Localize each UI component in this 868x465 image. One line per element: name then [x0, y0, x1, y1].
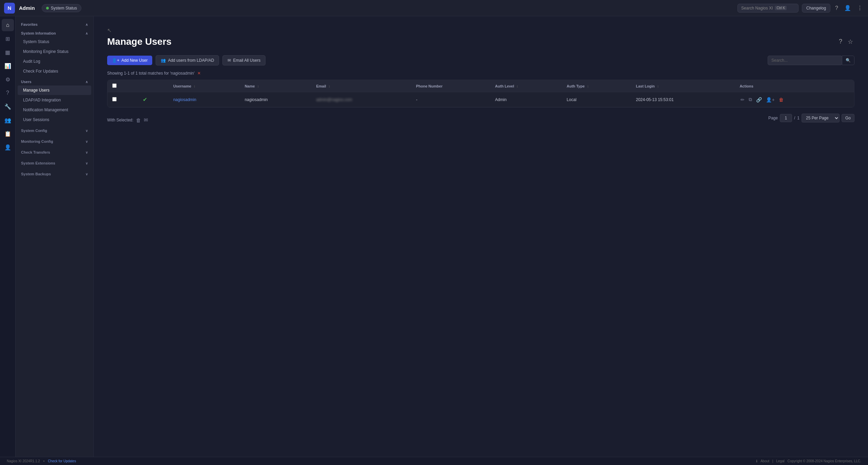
favorite-star-icon[interactable]: ☆	[846, 37, 854, 47]
manage-users-nav-label: Manage Users	[23, 88, 50, 93]
row-last-login: 2024-05-13 15:53:01	[631, 92, 735, 107]
system-extensions-chevron-icon: ∨	[85, 161, 88, 165]
help-page-icon[interactable]: ?	[837, 37, 844, 47]
sidebar-item-monitoring-engine-status[interactable]: Monitoring Engine Status	[18, 47, 91, 56]
changelog-button[interactable]: Changelog	[802, 4, 830, 13]
row-phone: -	[411, 92, 490, 107]
copyright-label: Copyright © 2008-2024 Nagios Enterprises…	[788, 459, 862, 463]
bulk-email-icon[interactable]: ✉	[144, 117, 148, 123]
sidebar-item-notification-management[interactable]: Notification Management	[18, 105, 91, 115]
monitoring-config-header[interactable]: Monitoring Config ∨	[16, 137, 93, 146]
user-icon[interactable]: 👤	[843, 3, 852, 13]
add-new-user-button[interactable]: 👤+ Add New User	[107, 56, 152, 65]
monitoring-engine-status-label: Monitoring Engine Status	[23, 49, 68, 54]
search-input[interactable]	[768, 56, 842, 65]
topbar-right: Search Nagios XI Ctrl K Changelog ? 👤 ⋮	[737, 3, 864, 13]
help-icon[interactable]: ?	[834, 4, 840, 13]
username-link[interactable]: nagiosadmin	[173, 97, 196, 102]
col-auth-type[interactable]: Auth Type ↕	[562, 80, 631, 92]
help-sidebar-icon[interactable]: ?	[2, 87, 14, 99]
with-selected-label: With Selected:	[107, 118, 133, 122]
sidebar-item-user-sessions[interactable]: User Sessions	[18, 115, 91, 124]
table-row: ✔ nagiosadmin nagiosadmin admin@nagios.c…	[107, 92, 854, 107]
col-last-login[interactable]: Last Login ↕	[631, 80, 735, 92]
filter-text: Showing 1-1 of 1 total matches for 'nagi…	[107, 71, 195, 76]
sidebar-item-manage-users[interactable]: Manage Users	[18, 85, 91, 95]
check-transfers-header[interactable]: Check Transfers ∨	[16, 148, 93, 157]
system-information-header[interactable]: System Information ∧	[16, 28, 93, 37]
page-number-input[interactable]	[780, 114, 792, 122]
col-name[interactable]: Name ↕	[240, 80, 312, 92]
back-arrow-icon[interactable]: ↖	[107, 27, 112, 34]
system-config-chevron-icon: ∨	[85, 129, 88, 133]
status-label: System Status	[51, 6, 77, 11]
row-name: nagiosadmin	[240, 92, 312, 107]
col-email[interactable]: Email ↕	[311, 80, 411, 92]
reports-icon[interactable]: 📋	[2, 128, 14, 140]
add-user-action-icon[interactable]: 👤+	[765, 96, 775, 103]
link-icon[interactable]: 🔗	[755, 96, 763, 103]
info-icon: ℹ	[756, 459, 757, 463]
edit-icon[interactable]: ✏	[739, 96, 746, 103]
add-ldap-button[interactable]: 👥 Add users from LDAP/AD	[156, 55, 219, 65]
select-all-checkbox[interactable]	[112, 83, 117, 88]
with-selected: With Selected: 🗑 ✉	[107, 117, 148, 123]
page-label: Page	[768, 116, 778, 120]
system-config-header[interactable]: System Config ∨	[16, 126, 93, 135]
dashboard-icon[interactable]: ▦	[2, 46, 14, 58]
go-button[interactable]: Go	[842, 114, 854, 122]
about-label[interactable]: About	[761, 459, 769, 463]
col-username[interactable]: Username ↕	[169, 80, 240, 92]
row-select-checkbox[interactable]	[112, 97, 117, 101]
toolbar-search: 🔍	[768, 56, 854, 65]
page-header: Manage Users ? ☆	[107, 36, 854, 47]
settings-icon[interactable]: ⚙	[2, 73, 14, 85]
search-button[interactable]: 🔍	[842, 56, 854, 65]
auth-type-sort-icon: ↕	[587, 84, 589, 88]
profile-icon[interactable]: 👤	[2, 141, 14, 153]
col-auth-level[interactable]: Auth Level ↕	[490, 80, 562, 92]
sidebar-item-ldap-ad[interactable]: LDAP/AD Integration	[18, 95, 91, 105]
filter-clear-icon[interactable]: ✕	[197, 71, 201, 76]
app-logo: N	[4, 3, 15, 14]
sidebar-icon-rail: ⌂ ⊞ ▦ 📊 ⚙ ? 🔧 👥 📋 👤	[0, 16, 16, 457]
email-all-button[interactable]: ✉ Email All Users	[222, 55, 265, 65]
users-icon[interactable]: 👥	[2, 114, 14, 126]
sidebar-item-system-status[interactable]: System Status	[18, 37, 91, 46]
system-backups-chevron-icon: ∨	[85, 172, 88, 176]
col-status	[138, 80, 169, 92]
system-extensions-header[interactable]: System Extensions ∨	[16, 158, 93, 168]
copy-icon[interactable]: ⧉	[748, 96, 753, 103]
notification-management-label: Notification Management	[23, 108, 68, 112]
row-checkbox[interactable]	[107, 92, 138, 107]
bottom-right: ℹ About | Legal Copyright © 2008-2024 Na…	[756, 459, 861, 463]
wrench-icon[interactable]: 🔧	[2, 100, 14, 113]
global-search-box[interactable]: Search Nagios XI Ctrl K	[737, 4, 798, 13]
users-section-header[interactable]: Users ∧	[16, 76, 93, 85]
sidebar-item-audit-log[interactable]: Audit Log	[18, 57, 91, 66]
monitoring-config-label: Monitoring Config	[21, 139, 53, 143]
per-page-select[interactable]: 25 Per Page 50 Per Page 100 Per Page	[802, 114, 840, 122]
legal-label[interactable]: Legal	[776, 459, 784, 463]
chart-icon[interactable]: 📊	[2, 60, 14, 72]
grid-icon[interactable]: ⊞	[2, 33, 14, 45]
pagination-row: With Selected: 🗑 ✉ Page / 1 25 Per Page …	[107, 113, 854, 123]
filter-row: Showing 1-1 of 1 total matches for 'nagi…	[107, 71, 854, 76]
users-section-label: Users	[21, 80, 32, 84]
sidebar-item-check-for-updates[interactable]: Check For Updates	[18, 66, 91, 76]
table-header-row: Username ↕ Name ↕ Email ↕ Phone Number A…	[107, 80, 854, 92]
actions-cell: ✏ ⧉ 🔗 👤+ 🗑	[739, 96, 849, 103]
bulk-delete-icon[interactable]: 🗑	[136, 117, 141, 123]
app-title: Admin	[19, 5, 35, 11]
system-backups-header[interactable]: System Backups ∨	[16, 169, 93, 179]
more-options-icon[interactable]: ⋮	[856, 3, 864, 13]
delete-icon[interactable]: 🗑	[778, 96, 785, 103]
system-config-label: System Config	[21, 129, 47, 133]
monitoring-config-chevron-icon: ∨	[85, 140, 88, 143]
favorites-section-header[interactable]: Favorites ∧	[16, 19, 93, 28]
check-for-updates-link[interactable]: Check for Updates	[48, 459, 76, 463]
check-for-updates-label: Check For Updates	[23, 69, 58, 74]
home-icon[interactable]: ⌂	[2, 19, 14, 31]
system-status-badge[interactable]: System Status	[42, 4, 81, 12]
users-section-chevron-icon: ∧	[85, 80, 88, 84]
